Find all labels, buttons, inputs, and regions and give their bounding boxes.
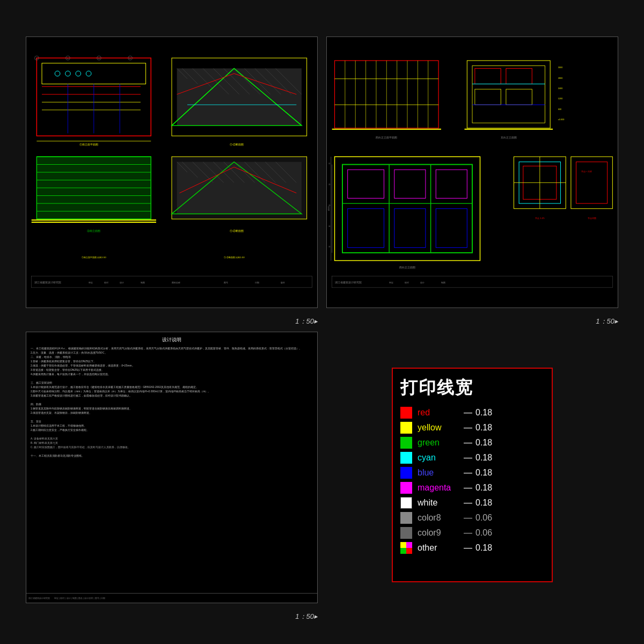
swatch-white — [400, 497, 412, 509]
legend-row-white: white — 0.18 — [400, 497, 541, 509]
svg-text:2400: 2400 — [558, 87, 563, 90]
svg-text:制图: 制图 — [141, 281, 145, 284]
svg-text:校对: 校对 — [404, 281, 409, 284]
svg-rect-153 — [400, 548, 406, 554]
svg-text:3000: 3000 — [558, 66, 563, 69]
svg-text:⑤: ⑤ — [328, 245, 331, 248]
legend-row-blue: blue — 0.18 — [400, 467, 541, 479]
cad-drawing-tr: 浙江省建筑设计研究院 审定 校对 设计 制图 — [327, 37, 618, 308]
svg-text:图纸名称: 图纸名称 — [172, 281, 180, 284]
panel-footer: 浙江省建筑设计研究院 审定 | 校对 | 设计 | 制图 | 图名 | 设计说明… — [26, 593, 317, 603]
svg-text:图号: 图号 — [224, 281, 228, 284]
svg-text:①: ① — [36, 57, 38, 60]
drawing-panel-tl: 浙江省建筑设计研究院 审定 校对 设计 制图 图纸名称 图号 日期 版本 — [26, 36, 318, 308]
value-red: 0.18 — [475, 408, 492, 418]
legend-title: 打印线宽 — [400, 376, 541, 400]
value-color9: 0.06 — [475, 528, 492, 538]
label-yellow: yellow — [418, 423, 460, 433]
value-blue: 0.18 — [475, 468, 492, 478]
svg-text:东向正立面图: 东向正立面图 — [501, 136, 517, 139]
svg-text:西向正立面图: 西向正立面图 — [399, 266, 415, 269]
swatch-yellow — [400, 422, 412, 434]
svg-text:③: ③ — [328, 204, 331, 207]
legend-row-color8: color8 — 0.06 — [400, 512, 541, 524]
svg-text:①: ① — [328, 162, 331, 165]
svg-rect-154 — [406, 548, 412, 554]
footer-info: 审定 | 校对 | 设计 | 制图 | 图名 | 设计说明 | 图号 | 日期 — [54, 597, 105, 599]
swatch-color9 — [400, 527, 412, 539]
svg-text:设计: 设计 — [120, 281, 124, 284]
dash-color8: — — [464, 513, 472, 523]
swatch-other — [400, 542, 412, 554]
svg-text:2800: 2800 — [558, 77, 563, 79]
svg-text:③: ③ — [98, 57, 100, 60]
dash-white: — — [464, 498, 472, 508]
label-white: white — [418, 498, 460, 508]
svg-text:③南立面图: ③南立面图 — [87, 229, 100, 232]
svg-text:4500: 4500 — [327, 206, 330, 211]
quadrant-bottom-left: 设计说明 一、本工程建筑面积约14.4㎡。根据建筑物的功能和结构形式分析，采用天… — [21, 327, 322, 623]
quadrant-top-right: 浙江省建筑设计研究院 审定 校对 设计 制图 — [322, 32, 623, 327]
svg-text:①-②断面图: ①-②断面图 — [230, 229, 244, 232]
dash-magenta: — — [464, 483, 472, 493]
page-container: 浙江省建筑设计研究院 审定 校对 设计 制图 图纸名称 图号 日期 版本 — [0, 0, 644, 644]
svg-text:西向正立面平面图: 西向正立面平面图 — [376, 136, 397, 139]
value-magenta: 0.18 — [475, 483, 492, 493]
design-notes-title: 设计说明 — [31, 336, 313, 343]
svg-text:②: ② — [67, 57, 69, 60]
svg-rect-151 — [400, 542, 406, 548]
svg-text:④: ④ — [129, 57, 131, 60]
svg-text:①-②断面图 比例1:50: ①-②断面图 比例1:50 — [224, 256, 245, 259]
svg-text:600: 600 — [558, 108, 561, 111]
legend-panel: 打印线宽 red — 0.18 yellow — 0.18 green — 0.… — [392, 368, 553, 582]
drawing-panel-tr: 浙江省建筑设计研究院 审定 校对 设计 制图 — [326, 36, 618, 308]
svg-text:审定: 审定 — [89, 281, 93, 284]
dash-other: — — [464, 543, 472, 553]
scale-label-tl: 1：50▸ — [295, 317, 318, 326]
quadrant-top-left: 浙江省建筑设计研究院 审定 校对 设计 制图 图纸名称 图号 日期 版本 — [21, 32, 322, 327]
svg-text:①南立面平面图 比例1:50: ①南立面平面图 比例1:50 — [82, 256, 106, 259]
label-red: red — [418, 408, 460, 418]
svg-text:浙江省建筑设计研究院: 浙江省建筑设计研究院 — [335, 281, 362, 284]
swatch-green — [400, 437, 412, 449]
svg-text:1200: 1200 — [558, 98, 563, 100]
dash-green: — — [464, 438, 472, 448]
svg-text:版本: 版本 — [281, 281, 285, 284]
svg-rect-27 — [177, 68, 302, 125]
value-cyan: 0.18 — [475, 453, 492, 463]
value-yellow: 0.18 — [475, 423, 492, 433]
text-drawing-panel: 设计说明 一、本工程建筑面积约14.4㎡。根据建筑物的功能和结构形式分析，采用天… — [26, 332, 318, 603]
svg-rect-152 — [406, 542, 412, 548]
swatch-blue — [400, 467, 412, 479]
label-green: green — [418, 438, 460, 448]
label-other: other — [418, 543, 460, 553]
legend-row-red: red — 0.18 — [400, 407, 541, 419]
dash-red: — — [464, 408, 472, 418]
legend-row-green: green — 0.18 — [400, 437, 541, 449]
value-other: 0.18 — [475, 543, 492, 553]
legend-row-other: other — 0.18 — [400, 542, 541, 554]
svg-text:①-②断面图: ①-②断面图 — [230, 143, 244, 146]
design-notes-body: 一、本工程建筑面积约14.4㎡。根据建筑物的功能和结构形式分析，采用天然气分散式… — [31, 346, 313, 458]
svg-text:节点详图: 节点详图 — [588, 217, 596, 219]
cad-drawing-tl: 浙江省建筑设计研究院 审定 校对 设计 制图 图纸名称 图号 日期 版本 — [26, 37, 317, 308]
label-color9: color9 — [418, 528, 460, 538]
value-color8: 0.06 — [475, 513, 492, 523]
svg-text:审定: 审定 — [389, 281, 393, 284]
svg-text:日期: 日期 — [255, 281, 259, 284]
value-green: 0.18 — [475, 438, 492, 448]
scale-label-tr: 1：50▸ — [596, 317, 618, 326]
label-color8: color8 — [418, 513, 460, 523]
dash-blue: — — [464, 468, 472, 478]
label-magenta: magenta — [418, 483, 460, 493]
swatch-color8 — [400, 512, 412, 524]
quadrant-bottom-right: 打印线宽 red — 0.18 yellow — 0.18 green — 0.… — [322, 327, 623, 623]
label-cyan: cyan — [418, 453, 460, 463]
legend-row-cyan: cyan — 0.18 — [400, 452, 541, 464]
label-blue: blue — [418, 468, 460, 478]
svg-text:④: ④ — [328, 225, 331, 228]
svg-text:±0.000: ±0.000 — [558, 118, 565, 121]
svg-rect-58 — [177, 162, 302, 214]
svg-text:②: ② — [328, 183, 331, 186]
svg-text:节点一大样: 节点一大样 — [581, 170, 592, 173]
